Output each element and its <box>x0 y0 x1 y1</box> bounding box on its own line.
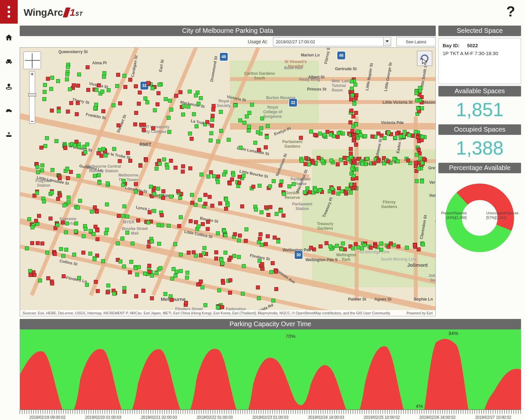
parking-bay-marker[interactable] <box>179 253 183 257</box>
parking-bay-marker[interactable] <box>122 290 126 294</box>
datetime-select[interactable]: 2019/02/27 17:00:02 <box>273 37 391 46</box>
parking-bay-marker[interactable] <box>142 128 146 132</box>
parking-bay-marker[interactable] <box>155 167 158 171</box>
parking-bay-marker[interactable] <box>152 209 156 213</box>
parking-bay-marker[interactable] <box>214 250 218 254</box>
parking-bay-marker[interactable] <box>45 251 49 255</box>
parking-bay-marker[interactable] <box>396 244 400 248</box>
parking-bay-marker[interactable] <box>139 123 143 127</box>
parking-bay-marker[interactable] <box>219 110 223 114</box>
parking-bay-marker[interactable] <box>104 154 108 158</box>
parking-bay-marker[interactable] <box>336 135 340 139</box>
parking-bay-marker[interactable] <box>54 139 58 143</box>
parking-bay-marker[interactable] <box>352 102 356 106</box>
parking-bay-marker[interactable] <box>43 83 47 87</box>
parking-bay-marker[interactable] <box>242 174 245 178</box>
parking-bay-marker[interactable] <box>185 271 189 275</box>
parking-bay-marker[interactable] <box>151 86 155 90</box>
parking-bay-marker[interactable] <box>201 222 205 226</box>
parking-bay-marker[interactable] <box>274 287 278 291</box>
parking-bay-marker[interactable] <box>261 267 264 271</box>
parking-bay-marker[interactable] <box>211 114 215 118</box>
parking-bay-marker[interactable] <box>241 292 245 296</box>
parking-bay-marker[interactable] <box>352 135 356 139</box>
parking-bay-marker[interactable] <box>349 147 353 151</box>
parking-bay-marker[interactable] <box>125 215 129 219</box>
home-icon[interactable] <box>4 33 13 41</box>
parking-bay-marker[interactable] <box>117 214 121 218</box>
parking-bay-marker[interactable] <box>74 221 78 225</box>
parking-bay-marker[interactable] <box>134 111 138 115</box>
parking-bay-marker[interactable] <box>199 280 203 284</box>
parking-bay-marker[interactable] <box>169 108 173 112</box>
parking-bay-marker[interactable] <box>86 88 90 92</box>
parking-bay-marker[interactable] <box>244 227 248 231</box>
parking-bay-marker[interactable] <box>39 146 43 150</box>
parking-bay-marker[interactable] <box>126 151 130 155</box>
parking-bay-marker[interactable] <box>219 129 223 133</box>
parking-bay-marker[interactable] <box>134 182 138 186</box>
parking-bay-marker[interactable] <box>63 146 67 150</box>
parking-bay-marker[interactable] <box>238 234 242 238</box>
parking-bay-marker[interactable] <box>335 244 339 248</box>
parking-bay-marker[interactable] <box>50 109 54 113</box>
parking-bay-marker[interactable] <box>254 208 258 212</box>
parking-bay-marker[interactable] <box>352 174 356 178</box>
parking-bay-marker[interactable] <box>77 73 81 76</box>
parking-bay-marker[interactable] <box>420 179 424 183</box>
parking-bay-marker[interactable] <box>138 164 142 168</box>
parking-bay-marker[interactable] <box>55 223 59 227</box>
parking-bay-marker[interactable] <box>178 196 182 200</box>
parking-bay-marker[interactable] <box>27 217 31 221</box>
parking-bay-marker[interactable] <box>174 166 178 170</box>
parking-bay-marker[interactable] <box>61 220 65 224</box>
parking-bay-marker[interactable] <box>66 65 70 69</box>
parking-bay-marker[interactable] <box>224 207 228 211</box>
parking-bay-marker[interactable] <box>137 102 141 106</box>
parking-bay-marker[interactable] <box>275 212 279 216</box>
parking-bay-marker[interactable] <box>209 170 213 174</box>
parking-bay-marker[interactable] <box>266 124 270 128</box>
parking-bay-marker[interactable] <box>161 189 165 193</box>
parking-bay-marker[interactable] <box>195 124 199 128</box>
parking-bay-marker[interactable] <box>133 122 137 126</box>
parking-bay-marker[interactable] <box>282 214 285 218</box>
parking-bay-marker[interactable] <box>228 181 232 185</box>
parking-bay-marker[interactable] <box>350 129 354 133</box>
parking-bay-marker[interactable] <box>29 273 32 277</box>
parking-bay-marker[interactable] <box>396 159 400 163</box>
parking-bay-marker[interactable] <box>38 279 42 283</box>
parking-bay-marker[interactable] <box>116 242 120 245</box>
parking-bay-marker[interactable] <box>158 162 162 166</box>
parking-bay-marker[interactable] <box>69 101 73 105</box>
parking-bay-marker[interactable] <box>304 156 308 160</box>
parking-bay-marker[interactable] <box>40 168 44 172</box>
parking-bay-marker[interactable] <box>389 242 393 245</box>
parking-bay-marker[interactable] <box>184 301 188 305</box>
parking-bay-marker[interactable] <box>155 271 158 275</box>
parking-bay-marker[interactable] <box>158 266 162 270</box>
parking-bay-marker[interactable] <box>134 190 138 194</box>
parking-bay-marker[interactable] <box>395 132 399 136</box>
parking-bay-marker[interactable] <box>76 101 80 105</box>
parking-bay-marker[interactable] <box>351 115 355 118</box>
parking-bay-marker[interactable] <box>32 273 36 277</box>
parking-bay-marker[interactable] <box>271 299 275 303</box>
parking-bay-marker[interactable] <box>257 240 261 244</box>
parking-bay-marker[interactable] <box>280 179 284 183</box>
parking-bay-marker[interactable] <box>325 241 328 245</box>
parking-bay-marker[interactable] <box>415 98 419 102</box>
parking-bay-marker[interactable] <box>151 126 155 130</box>
parking-bay-marker[interactable] <box>106 181 110 185</box>
parking-bay-marker[interactable] <box>416 106 420 110</box>
parking-bay-marker[interactable] <box>264 145 268 149</box>
parking-bay-marker[interactable] <box>139 191 143 195</box>
parking-bay-marker[interactable] <box>318 132 322 136</box>
parking-bay-marker[interactable] <box>309 130 313 134</box>
parking-bay-marker[interactable] <box>222 229 226 233</box>
parking-bay-marker[interactable] <box>49 87 53 91</box>
parking-bay-marker[interactable] <box>116 73 120 77</box>
parking-bay-marker[interactable] <box>122 264 126 268</box>
parking-bay-marker[interactable] <box>304 162 307 166</box>
parking-bay-marker[interactable] <box>78 199 82 203</box>
